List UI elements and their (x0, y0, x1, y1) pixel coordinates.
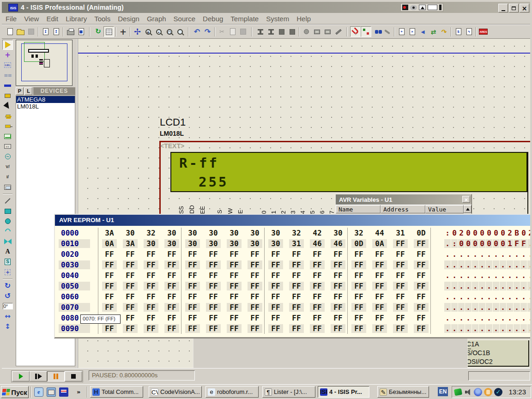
eeprom-byte[interactable]: FF (331, 324, 345, 333)
eeprom-byte[interactable]: FF (331, 292, 345, 301)
eeprom-byte[interactable]: FF (248, 292, 262, 301)
block-delete-icon[interactable] (287, 26, 297, 37)
eeprom-byte[interactable]: FF (268, 303, 283, 312)
scroll-up-button[interactable] (464, 205, 472, 213)
grid-toggle-icon[interactable] (103, 26, 114, 37)
current-probe-icon[interactable]: I/ (2, 172, 13, 182)
capture-record-icon[interactable] (402, 5, 408, 10)
eeprom-byte[interactable]: FF (372, 292, 387, 301)
virtual-instruments-icon[interactable] (2, 182, 13, 192)
packaging-tool-icon[interactable] (322, 26, 333, 37)
eeprom-byte[interactable]: FF (123, 324, 138, 333)
tray-shield-icon[interactable] (474, 388, 482, 396)
eeprom-byte[interactable]: FF (268, 282, 283, 290)
eeprom-byte[interactable]: FF (372, 324, 387, 333)
eeprom-byte[interactable]: FF (185, 260, 200, 269)
eeprom-byte[interactable]: FF (227, 260, 242, 269)
eeprom-byte[interactable]: FF (227, 324, 242, 333)
eeprom-byte[interactable]: FF (310, 260, 325, 269)
eeprom-byte[interactable]: FF (123, 292, 138, 301)
pick-button[interactable]: P (16, 87, 24, 95)
zoom-out-icon[interactable]: - (153, 26, 164, 37)
capture-bar-icon[interactable] (439, 5, 441, 10)
menu-template[interactable]: Template (227, 15, 262, 23)
graphics-text-icon[interactable]: A (2, 247, 13, 257)
wire-label-icon[interactable]: LBL (2, 60, 13, 70)
eeprom-byte[interactable]: 30 (164, 229, 179, 237)
eeprom-byte[interactable]: 0A (372, 239, 387, 248)
eeprom-byte[interactable]: FF (248, 303, 262, 312)
instant-edit-icon[interactable] (2, 101, 13, 111)
eeprom-byte[interactable]: FF (372, 282, 387, 290)
text-script-icon[interactable]: ≡≡ (2, 70, 13, 80)
eeprom-byte[interactable]: FF (310, 282, 325, 290)
origin-icon[interactable]: + (118, 26, 128, 37)
start-button[interactable]: Пуск (1, 386, 29, 398)
quicklaunch-chevron[interactable]: » (77, 387, 80, 397)
bus-mode-icon[interactable] (2, 80, 13, 91)
eeprom-byte[interactable]: FF (351, 282, 366, 290)
menu-system[interactable]: System (262, 15, 293, 23)
task-button-paint[interactable]: ✎Безымянны... (377, 386, 429, 398)
undo-icon[interactable]: ↶ (192, 26, 202, 37)
eeprom-byte[interactable]: FF (206, 260, 221, 269)
eeprom-byte[interactable]: FF (248, 250, 262, 259)
pause-button[interactable] (47, 371, 65, 381)
play-button[interactable] (12, 371, 30, 381)
eeprom-byte[interactable]: 30 (331, 229, 345, 237)
eeprom-byte[interactable]: 30 (268, 239, 283, 248)
eeprom-byte[interactable]: FF (351, 324, 366, 333)
junction-dot-icon[interactable]: + (2, 50, 13, 60)
eeprom-byte[interactable]: 30 (248, 229, 262, 237)
eeprom-byte[interactable]: 44 (372, 229, 387, 237)
zoom-area-icon[interactable]: □ (164, 26, 175, 37)
column-value[interactable]: Value (425, 205, 464, 213)
zoom-in-icon[interactable]: + (143, 26, 153, 37)
avr-eeprom-window[interactable]: AVR EEPROM - U1 00003A303230303030303032… (54, 214, 530, 339)
tray-hand-icon[interactable] (484, 388, 492, 396)
eeprom-byte[interactable]: FF (351, 260, 366, 269)
eeprom-byte[interactable]: FF (331, 314, 345, 322)
eeprom-byte[interactable]: FF (351, 303, 366, 312)
close-button[interactable]: × (520, 4, 529, 12)
subcircuit-mode-icon[interactable] (2, 91, 13, 101)
eeprom-byte[interactable]: FF (248, 282, 262, 290)
eeprom-byte[interactable]: FF (144, 314, 158, 322)
eeprom-byte[interactable]: FF (164, 260, 179, 269)
task-button-totalcmd[interactable]: HTotal Comm... (90, 386, 143, 398)
rotate-anticlockwise-icon[interactable]: ↺ (2, 291, 13, 301)
eeprom-byte[interactable]: FF (206, 271, 221, 280)
eeprom-byte[interactable]: FF (414, 250, 429, 259)
eeprom-byte[interactable]: 46 (310, 239, 325, 248)
eeprom-byte[interactable]: FF (289, 271, 304, 280)
eeprom-byte[interactable]: 30 (164, 239, 179, 248)
eeprom-byte[interactable]: FF (289, 324, 304, 333)
eeprom-byte[interactable]: FF (393, 314, 408, 322)
eeprom-byte[interactable]: FF (102, 282, 117, 290)
copy-icon[interactable] (227, 26, 238, 37)
tray-usb-icon[interactable] (454, 388, 462, 396)
tray-antivirus-icon[interactable]: ✓ (494, 388, 502, 396)
tape-recorder-icon[interactable]: ●● (2, 141, 13, 151)
flip-horizontal-icon[interactable]: ↔ (2, 311, 13, 321)
eeprom-byte[interactable]: FF (164, 250, 179, 259)
eeprom-byte[interactable]: FF (310, 303, 325, 312)
eeprom-byte[interactable]: FF (185, 271, 200, 280)
eeprom-byte[interactable]: 42 (310, 229, 325, 237)
voltage-probe-icon[interactable]: V/ (2, 162, 13, 172)
eeprom-byte[interactable]: FF (351, 271, 366, 280)
eeprom-byte[interactable]: 0A (102, 239, 117, 248)
eeprom-byte[interactable]: FF (289, 250, 304, 259)
eeprom-byte[interactable]: FF (268, 314, 283, 322)
eeprom-byte[interactable]: FF (414, 324, 429, 333)
eeprom-byte[interactable]: FF (414, 282, 429, 290)
eeprom-byte[interactable]: 30 (185, 239, 200, 248)
eeprom-byte[interactable]: FF (144, 324, 158, 333)
intersheet-terminal-icon[interactable] (2, 111, 13, 121)
eeprom-byte[interactable]: FF (393, 239, 408, 248)
device-item-lm018l[interactable]: LM018L (16, 103, 75, 110)
quicklaunch-save-icon[interactable] (59, 387, 68, 397)
capture-window-icon[interactable] (428, 5, 437, 10)
library-button[interactable]: L (24, 87, 32, 95)
eeprom-byte[interactable]: FF (393, 292, 408, 301)
